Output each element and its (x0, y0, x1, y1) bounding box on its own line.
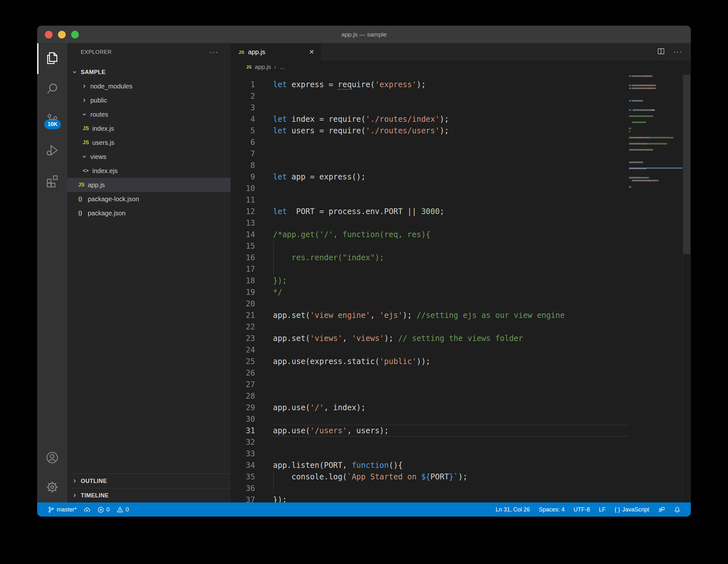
activity-item-search[interactable] (37, 74, 67, 105)
code-line-2[interactable]: 2 (231, 90, 629, 102)
status-notifications[interactable] (669, 502, 685, 517)
tab-appjs[interactable]: JS app.js ✕ (231, 43, 321, 61)
close-tab-icon[interactable]: ✕ (309, 48, 314, 56)
tree-item-index-js[interactable]: JSindex.js (67, 121, 231, 136)
code-line-16[interactable]: 16 res.render("index"); (231, 252, 629, 263)
code-line-17[interactable]: 17 (231, 263, 629, 275)
code-token: //setting ejs as our view engine (417, 311, 565, 320)
status-eol[interactable]: LF (594, 502, 610, 517)
tree-item-users-js[interactable]: JSusers.js (67, 136, 231, 150)
line-number: 28 (231, 390, 255, 402)
minimap-line (646, 143, 648, 145)
code-line-5[interactable]: 5let users = require('./routes/users'); (231, 125, 629, 137)
code-line-23[interactable]: 23app.set('views', 'views'); // setting … (231, 333, 629, 344)
code-line-12[interactable]: 12let PORT = process.env.PORT || 3000; (231, 206, 629, 217)
more-actions-icon[interactable]: ··· (674, 48, 683, 56)
tree-item-package-json[interactable]: {}package.json (67, 206, 231, 220)
code-line-19[interactable]: 19*/ (231, 286, 629, 298)
outline-panel-header[interactable]: OUTLINE (67, 474, 231, 488)
tree-item-package-lock-json[interactable]: {}package-lock.json (67, 192, 231, 206)
json-file-icon: {} (78, 210, 88, 216)
status-encoding[interactable]: UTF-8 (569, 502, 594, 517)
code-line-30[interactable]: 30 (231, 413, 629, 425)
code-line-34[interactable]: 34app.listen(PORT, function(){ (231, 460, 629, 471)
breadcrumb-file[interactable]: app.js (255, 63, 271, 71)
titlebar[interactable]: app.js — sample (37, 26, 691, 43)
code-line-4[interactable]: 4let index = require('./routes/index'); (231, 113, 629, 125)
line-number: 5 (231, 125, 255, 137)
code-line-14[interactable]: 14/*app.get('/', function(req, res){ (231, 229, 629, 240)
activity-item-extensions[interactable] (37, 166, 67, 197)
code-token: express = (287, 80, 338, 89)
desktop-background: app.js — sample 10K EXPLORER ··· SAMPLEn… (0, 0, 728, 564)
braces-icon: { } (615, 506, 620, 513)
editor-scrollbar[interactable] (682, 73, 691, 502)
status-errors[interactable]: 0 (94, 502, 113, 517)
activity-item-explorer[interactable] (37, 43, 67, 74)
code-line-6[interactable]: 6 (231, 137, 629, 148)
line-number: 27 (231, 379, 255, 390)
line-content: */ (273, 286, 282, 298)
code-line-15[interactable]: 15 (231, 240, 629, 252)
code-line-37[interactable]: 37}); (231, 494, 629, 502)
activity-item-run-and-debug[interactable] (37, 136, 67, 166)
minimap-line (648, 143, 667, 145)
breadcrumb-symbol[interactable]: … (279, 63, 285, 71)
status-indentation[interactable]: Spaces: 4 (534, 502, 569, 517)
indent-guide (273, 240, 274, 252)
status-cursor-position[interactable]: Ln 31, Col 26 (491, 502, 534, 517)
activity-item-accounts[interactable] (37, 444, 67, 473)
tree-item-views[interactable]: views (67, 150, 231, 164)
code-line-27[interactable]: 27 (231, 379, 629, 390)
scrollbar-thumb[interactable] (683, 75, 690, 254)
minimap-line (632, 87, 643, 89)
code-line-3[interactable]: 3 (231, 102, 629, 113)
code-line-29[interactable]: 29app.use('/', index); (231, 402, 629, 413)
status-language-mode[interactable]: { }JavaScript (610, 502, 654, 517)
explorer-more-actions-icon[interactable]: ··· (210, 48, 219, 56)
code-line-35[interactable]: 35 console.log(`App Started on ${PORT}`)… (231, 471, 629, 483)
code-line-20[interactable]: 20 (231, 298, 629, 310)
tree-item-index-ejs[interactable]: <>index.ejs (67, 164, 231, 178)
split-editor-icon[interactable] (657, 47, 665, 57)
minimap[interactable] (629, 73, 683, 502)
code-line-26[interactable]: 26 (231, 367, 629, 379)
tree-item-node-modules[interactable]: node_modules (67, 79, 231, 93)
activity-item-source-control[interactable]: 10K (37, 105, 67, 136)
code-line-10[interactable]: 10 (231, 183, 629, 194)
code-token: ${ (421, 472, 430, 481)
code-line-31[interactable]: 31app.use('/users', users); (231, 425, 629, 436)
activity-item-settings[interactable] (37, 473, 67, 502)
code-line-36[interactable]: 36 (231, 483, 629, 494)
code-line-13[interactable]: 13 (231, 217, 629, 229)
code-line-7[interactable]: 7 (231, 148, 629, 160)
status-feedback[interactable] (654, 502, 669, 517)
minimize-window-button[interactable] (58, 31, 66, 38)
code-line-25[interactable]: 25app.use(express.static('public')); (231, 356, 629, 367)
status-sync-changes[interactable] (80, 502, 94, 517)
code-editor[interactable]: 1let express = require('express');234let… (231, 73, 691, 502)
timeline-panel-header[interactable]: TIMELINE (67, 488, 231, 502)
code-line-28[interactable]: 28 (231, 390, 629, 402)
code-line-9[interactable]: 9let app = express(); (231, 171, 629, 183)
code-line-24[interactable]: 24 (231, 344, 629, 356)
code-line-1[interactable]: 1let express = require('express'); (231, 79, 629, 90)
code-line-22[interactable]: 22 (231, 321, 629, 333)
code-line-18[interactable]: 18}); (231, 275, 629, 286)
tree-item-sample[interactable]: SAMPLE (67, 65, 231, 79)
breadcrumb[interactable]: JS app.js › … (231, 61, 691, 73)
tree-item-routes[interactable]: routes (67, 107, 231, 121)
code-line-11[interactable]: 11 (231, 194, 629, 206)
code-line-32[interactable]: 32 (231, 436, 629, 448)
tree-item-public[interactable]: public (67, 93, 231, 107)
line-content: app.set('views', 'views'); // setting th… (273, 333, 523, 344)
status-warnings[interactable]: 0 (113, 502, 132, 517)
code-line-21[interactable]: 21app.set('view engine', 'ejs'); //setti… (231, 310, 629, 321)
close-window-button[interactable] (45, 31, 53, 38)
code-line-8[interactable]: 8 (231, 160, 629, 171)
tree-item-app-js[interactable]: JSapp.js (67, 178, 231, 192)
minimap-line (657, 180, 658, 181)
code-line-33[interactable]: 33 (231, 448, 629, 460)
status-git-branch[interactable]: master* (44, 502, 80, 517)
zoom-window-button[interactable] (71, 31, 79, 38)
